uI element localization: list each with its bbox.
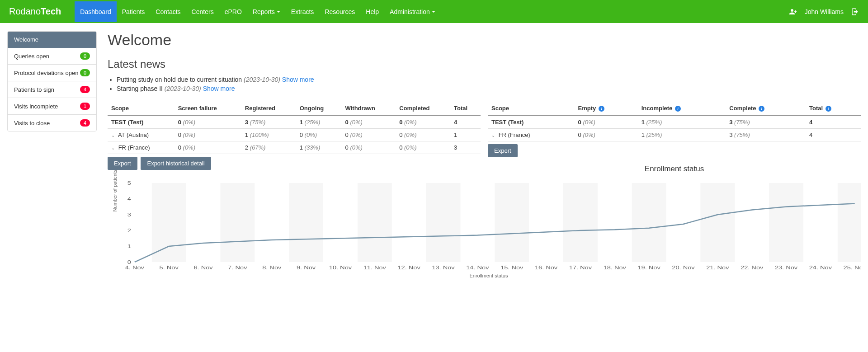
data-cell: 1 (25%) xyxy=(638,129,726,141)
svg-text:2: 2 xyxy=(127,228,131,234)
cell-value: 0 xyxy=(345,119,349,126)
cell-pct: (0%) xyxy=(350,119,362,126)
cell-pct: (0%) xyxy=(350,144,362,151)
svg-text:4: 4 xyxy=(127,196,131,202)
cell-value: 0 xyxy=(178,144,181,151)
expand-icon[interactable]: ⌄ xyxy=(111,133,115,138)
chevron-down-icon xyxy=(277,11,280,13)
nav-item-help[interactable]: Help xyxy=(360,1,384,22)
nav-item-patients[interactable]: Patients xyxy=(117,1,151,22)
svg-text:20. Nov: 20. Nov xyxy=(672,265,695,271)
nav-item-reports[interactable]: Reports xyxy=(247,1,286,22)
svg-text:1: 1 xyxy=(127,244,131,249)
main-nav: DashboardPatientsContactsCentersePRORepo… xyxy=(75,1,789,22)
data-cell: 0 (0%) xyxy=(175,116,241,129)
expand-icon[interactable]: ⌄ xyxy=(111,145,115,150)
top-navbar: RodanoTech DashboardPatientsContactsCent… xyxy=(0,0,868,23)
sidebar-badge: 0 xyxy=(80,69,90,76)
brand-logo[interactable]: RodanoTech xyxy=(9,6,61,17)
svg-text:6. Nov: 6. Nov xyxy=(193,265,213,271)
sidebar-item-visits-to-close[interactable]: Visits to close4 xyxy=(8,115,96,131)
sidebar: WelcomeQueries open0Protocol deviations … xyxy=(7,31,97,285)
logout-icon[interactable] xyxy=(851,8,859,16)
data-cell: 0 (0%) xyxy=(342,116,396,129)
data-cell: 0 (0%) xyxy=(396,141,450,154)
nav-item-label: ePRO xyxy=(225,8,242,15)
sidebar-item-queries-open[interactable]: Queries open0 xyxy=(8,48,96,65)
cell-value: 1 xyxy=(245,131,248,138)
nav-item-epro[interactable]: ePRO xyxy=(219,1,247,22)
export-button-right[interactable]: Export xyxy=(488,144,518,157)
data-cell: 0 (0%) xyxy=(396,129,450,141)
cell-value: 3 xyxy=(729,131,732,138)
chart-xlabel: Enrollment status xyxy=(117,273,861,278)
sidebar-item-welcome[interactable]: Welcome xyxy=(8,32,96,48)
nav-item-centers[interactable]: Centers xyxy=(186,1,219,22)
scope-cell[interactable]: ⌄ AT (Austria) xyxy=(108,129,175,141)
news-show-more-link[interactable]: Show more xyxy=(282,76,314,83)
svg-text:24. Nov: 24. Nov xyxy=(809,265,832,271)
data-cell: 3 (75%) xyxy=(726,129,806,141)
svg-rect-4 xyxy=(426,183,461,262)
svg-text:19. Nov: 19. Nov xyxy=(637,265,660,271)
data-cell: 1 (100%) xyxy=(241,129,296,141)
user-name[interactable]: John Williams xyxy=(805,8,844,15)
nav-item-extracts[interactable]: Extracts xyxy=(286,1,320,22)
cell-pct: (0%) xyxy=(583,119,595,126)
svg-rect-0 xyxy=(152,183,186,262)
sidebar-list: WelcomeQueries open0Protocol deviations … xyxy=(7,31,97,131)
status-table: ScopeEmpty iIncomplete iComplete iTotal … xyxy=(488,101,861,141)
sidebar-item-protocol-deviations-open[interactable]: Protocol deviations open0 xyxy=(8,65,96,81)
expand-icon[interactable]: ⌄ xyxy=(491,133,495,138)
nav-item-resources[interactable]: Resources xyxy=(319,1,360,22)
cell-value: 0 xyxy=(399,131,402,138)
scope-cell: TEST (Test) xyxy=(108,116,175,129)
svg-text:25. Nov: 25. Nov xyxy=(844,265,861,271)
svg-text:17. Nov: 17. Nov xyxy=(569,265,592,271)
info-icon[interactable]: i xyxy=(675,106,681,112)
nav-item-dashboard[interactable]: Dashboard xyxy=(75,1,117,22)
news-show-more-link[interactable]: Show more xyxy=(203,85,235,92)
cell-pct: (67%) xyxy=(250,144,266,151)
data-cell: 3 (75%) xyxy=(241,116,296,129)
svg-text:21. Nov: 21. Nov xyxy=(706,265,729,271)
brand-bold: Tech xyxy=(41,6,61,16)
info-icon[interactable]: i xyxy=(599,106,604,112)
nav-item-label: Dashboard xyxy=(80,8,111,15)
cell-pct: (0%) xyxy=(305,131,317,138)
nav-item-label: Extracts xyxy=(291,8,314,15)
svg-rect-6 xyxy=(563,183,598,262)
data-cell: 0 (0%) xyxy=(342,129,396,141)
cell-pct: (25%) xyxy=(646,131,662,138)
cell-value: 0 xyxy=(399,119,402,126)
nav-item-administration[interactable]: Administration xyxy=(384,1,441,22)
data-cell: 3 (75%) xyxy=(726,116,806,129)
svg-rect-10 xyxy=(838,183,861,262)
data-cell: 1 (25%) xyxy=(296,116,342,129)
sidebar-badge: 1 xyxy=(80,103,90,110)
brand-thin: Rodano xyxy=(9,6,41,16)
svg-rect-7 xyxy=(632,183,666,262)
nav-item-label: Centers xyxy=(192,8,214,15)
cell-pct: (0%) xyxy=(183,131,195,138)
nav-item-contacts[interactable]: Contacts xyxy=(150,1,186,22)
sidebar-item-visits-incomplete[interactable]: Visits incomplete1 xyxy=(8,98,96,115)
export-historical-button[interactable]: Export historical detail xyxy=(141,157,211,170)
scope-cell[interactable]: ⌄ FR (France) xyxy=(488,129,575,141)
user-icon[interactable] xyxy=(789,8,797,16)
sidebar-item-patients-to-sign[interactable]: Patients to sign4 xyxy=(8,81,96,98)
news-item: Putting study on hold due to current sit… xyxy=(117,76,861,83)
nav-item-label: Contacts xyxy=(156,8,180,15)
col-header: Total xyxy=(450,101,481,116)
nav-item-label: Patients xyxy=(122,8,145,15)
info-icon[interactable]: i xyxy=(759,106,764,112)
cell-value: 2 xyxy=(245,144,248,151)
svg-text:3: 3 xyxy=(127,212,131,218)
scope-cell[interactable]: ⌄ FR (France) xyxy=(108,141,175,154)
export-button[interactable]: Export xyxy=(108,157,137,170)
col-header: Incomplete i xyxy=(638,101,726,116)
info-icon[interactable]: i xyxy=(826,106,831,112)
data-cell: 0 (0%) xyxy=(575,129,638,141)
main-content: Welcome Latest news Putting study on hol… xyxy=(108,31,861,285)
cell-pct: (75%) xyxy=(250,119,266,126)
